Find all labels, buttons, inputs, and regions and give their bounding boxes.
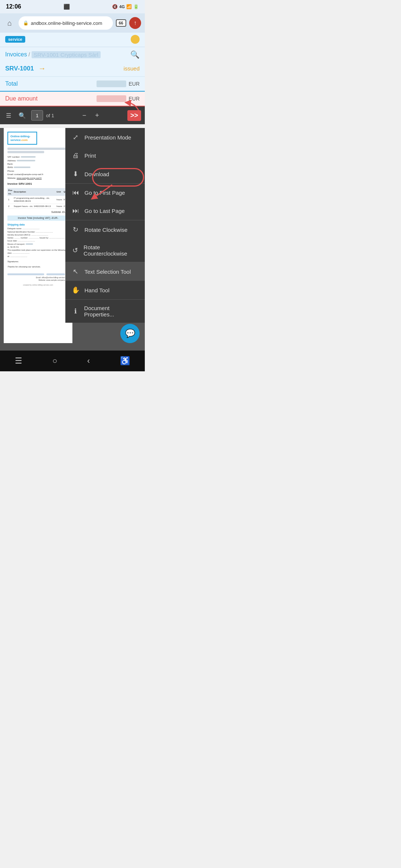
go-first-label: Go to First Page xyxy=(85,190,125,196)
menu-item-doc-props[interactable]: ℹ Document Properties... xyxy=(65,300,145,323)
total-row: Total EUR xyxy=(0,77,145,92)
due-label: Due amount xyxy=(5,95,38,102)
breadcrumb-company[interactable]: SRV-1001 Crypticaps Sàrl xyxy=(32,51,101,58)
pdf-toolbar: ☰ 🔍 1 of 1 − + >> xyxy=(0,106,145,124)
mute-icon: 🔇 xyxy=(112,4,118,9)
tab-count[interactable]: 66 xyxy=(116,19,126,27)
pdf-invoice-title: Invoice SRV-1001 xyxy=(7,182,69,186)
pdf-preview-pane: Online-billing-service.com VAT number: A… xyxy=(4,128,72,343)
lock-icon: 🔒 xyxy=(23,20,29,26)
pdf-search-button[interactable]: 🔍 xyxy=(16,111,28,121)
total-amount: EUR xyxy=(97,80,140,87)
breadcrumb-separator: / xyxy=(29,52,30,57)
menu-item-print[interactable]: 🖨 Print xyxy=(65,147,145,165)
menu-item-rotate-cw[interactable]: ↻ Rotate Clockwise xyxy=(65,220,145,239)
table-row: 1 IT programming and consulting - ctc. 3… xyxy=(7,196,69,204)
download-label: Download xyxy=(85,171,110,177)
pdf-footer-text: Email: office@online-billing-service.com… xyxy=(7,276,69,282)
pdf-subtotal: Subtotal -EUR- xyxy=(7,210,69,214)
rotate-cw-label: Rotate Clockwise xyxy=(85,227,128,233)
arrow-icon: → xyxy=(38,64,46,73)
browser-bar: ⌂ 🔒 andbox.online-billing-service.com 66… xyxy=(0,13,145,33)
doc-props-label: Document Properties... xyxy=(84,305,139,318)
menu-item-download[interactable]: ⬇ Download xyxy=(65,165,145,183)
presentation-mode-icon: ⤢ xyxy=(71,133,80,141)
presentation-mode-label: Presentation Mode xyxy=(85,134,131,141)
status-bar: 12:06 ⬛ 🔇 4G 📶 🔋 xyxy=(0,0,145,13)
screen-cast-icon: ⬛ xyxy=(63,4,70,10)
nav-accessibility-button[interactable]: ♿ xyxy=(113,355,137,367)
menu-item-hand-tool[interactable]: ✋ Hand Tool xyxy=(65,281,145,299)
due-amount: EUR xyxy=(97,95,140,102)
print-icon: 🖨 xyxy=(71,152,80,160)
chat-icon: 💬 xyxy=(125,329,135,338)
text-select-icon: ↖ xyxy=(71,267,80,276)
menu-item-text-select[interactable]: ↖ Text Selection Tool xyxy=(65,262,145,281)
pdf-header-blurred-2 xyxy=(7,151,44,153)
url-bar[interactable]: 🔒 andbox.online-billing-service.com xyxy=(19,16,113,30)
pdf-footer: Email: office@online-billing-service.com… xyxy=(7,272,69,286)
pdf-details-section: VAT number: Address: Bank: IBAN: Phone: … xyxy=(7,155,69,180)
print-label: Print xyxy=(85,152,96,159)
page-header: service xyxy=(0,33,145,47)
status-icons: 🔇 4G 📶 🔋 xyxy=(112,4,139,9)
total-currency: EUR xyxy=(128,81,140,87)
service-bar: service xyxy=(5,35,140,44)
invoice-row: SRV-1001 → issued xyxy=(0,60,145,77)
hand-tool-label: Hand Tool xyxy=(85,287,110,293)
nav-back-button[interactable]: ‹ xyxy=(80,355,97,367)
network-4g-icon: 4G xyxy=(119,4,125,9)
nav-home-button[interactable]: ○ xyxy=(45,355,65,367)
pdf-shipping-details: Delegate name: .........................… xyxy=(7,227,69,258)
more-menu-container: >> xyxy=(127,110,141,121)
battery-icon: 🔋 xyxy=(133,4,139,9)
zoom-out-button[interactable]: − xyxy=(79,111,89,120)
invoice-id[interactable]: SRV-1001 xyxy=(5,65,34,72)
go-last-label: Go to Last Page xyxy=(85,208,125,214)
page-number-input[interactable]: 1 xyxy=(31,110,43,121)
total-label: Total xyxy=(5,80,18,87)
pdf-thanks: Thanks for choosing our services. xyxy=(7,265,69,268)
status-time: 12:06 xyxy=(6,3,21,10)
hand-tool-icon: ✋ xyxy=(71,286,80,294)
nav-menu-button[interactable]: ☰ xyxy=(7,355,30,367)
total-value-blurred xyxy=(97,80,126,87)
pdf-invoice-table: Posno. Description Unit Qty 1 IT program… xyxy=(7,188,69,209)
download-icon: ⬇ xyxy=(71,170,80,178)
table-row: 2 Support hours - ctc. 3482/2020-08-13 h… xyxy=(7,204,69,208)
rotate-cw-icon: ↻ xyxy=(71,226,80,234)
text-select-label: Text Selection Tool xyxy=(85,269,131,275)
rotate-ccw-icon: ↺ xyxy=(71,246,79,254)
rotate-ccw-label: Rotate Counterclockwise xyxy=(84,244,139,257)
upload-button[interactable]: ↑ xyxy=(129,17,141,29)
content-area: Online-billing-service.com VAT number: A… xyxy=(0,128,145,351)
pdf-invoice-total: Invoice Total (including VAT) -EUR- xyxy=(7,216,69,221)
menu-item-go-first[interactable]: ⏮ Go to First Page xyxy=(65,184,145,202)
search-icon[interactable]: 🔍 xyxy=(130,50,140,59)
more-menu-button[interactable]: >> xyxy=(127,110,141,121)
page-total: of 1 xyxy=(46,113,54,118)
due-row: Due amount EUR xyxy=(0,92,145,106)
user-avatar xyxy=(131,35,140,44)
doc-props-icon: ℹ xyxy=(71,307,80,315)
chat-button[interactable]: 💬 xyxy=(120,324,140,343)
menu-item-rotate-ccw[interactable]: ↺ Rotate Counterclockwise xyxy=(65,239,145,262)
pdf-logo: Online-billing-service.com xyxy=(7,132,37,145)
menu-item-go-last[interactable]: ⏭ Go to Last Page xyxy=(65,202,145,220)
bottom-nav: ☰ ○ ‹ ♿ xyxy=(0,351,145,371)
due-currency: EUR xyxy=(128,96,140,102)
menu-item-presentation-mode[interactable]: ⤢ Presentation Mode xyxy=(65,128,145,147)
home-button[interactable]: ⌂ xyxy=(4,17,16,29)
dropdown-menu: ⤢ Presentation Mode 🖨 Print ⬇ Download ⏮… xyxy=(65,128,145,323)
due-value-blurred xyxy=(97,95,126,102)
pdf-shipping-title: Shipping data xyxy=(7,223,69,227)
go-first-icon: ⏮ xyxy=(71,189,80,197)
url-text: andbox.online-billing-service.com xyxy=(31,20,108,26)
zoom-in-button[interactable]: + xyxy=(92,111,102,120)
go-last-icon: ⏭ xyxy=(71,207,80,215)
service-logo: service xyxy=(5,36,25,43)
sidebar-toggle-button[interactable]: ☰ xyxy=(4,111,13,121)
pdf-header-blurred-1 xyxy=(7,148,69,150)
breadcrumb: Invoices / SRV-1001 Crypticaps Sàrl 🔍 xyxy=(0,47,145,60)
breadcrumb-invoices-link[interactable]: Invoices xyxy=(5,51,27,58)
